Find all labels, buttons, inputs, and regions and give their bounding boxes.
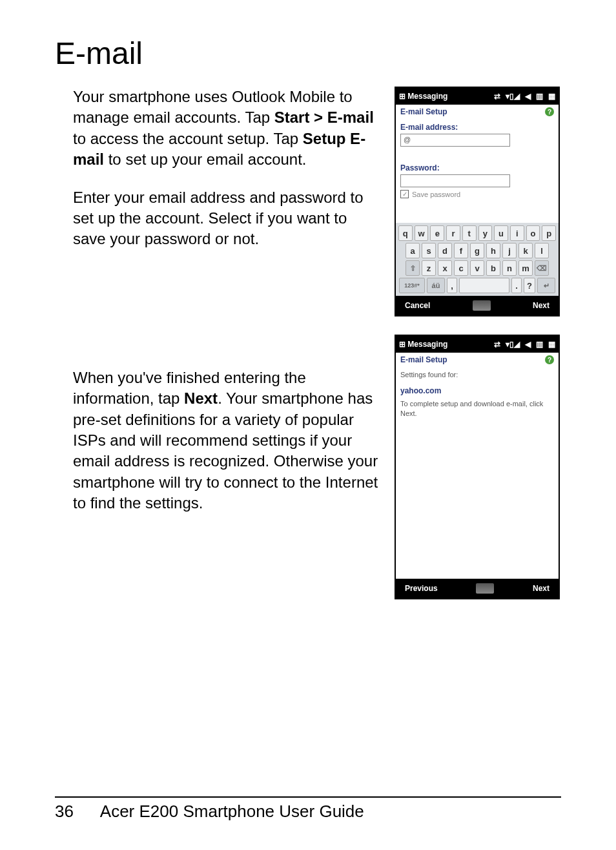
kb-row-3: ⇧ z x c v b n m ⌫ bbox=[398, 260, 556, 276]
windows-icon: ⊞ bbox=[399, 92, 406, 101]
key[interactable]: c bbox=[454, 260, 468, 276]
footer-text: 36 Acer E200 Smartphone User Guide bbox=[55, 802, 561, 822]
paragraph-3: When you've finished entering the inform… bbox=[73, 368, 380, 514]
page-content: E-mail Your smartphone uses Outlook Mobi… bbox=[0, 0, 616, 617]
battery-icon: ▥ bbox=[536, 340, 543, 349]
status-icons: ⇄ ▾▯◢ ◀ ▥ ▦ bbox=[494, 340, 555, 349]
key[interactable]: d bbox=[438, 243, 452, 258]
text-bold: Next bbox=[184, 389, 218, 407]
text-column: Your smartphone uses Outlook Mobile to m… bbox=[55, 87, 380, 530]
page-title: E-mail bbox=[55, 36, 561, 71]
connection-icon: ⇄ bbox=[494, 92, 500, 101]
key[interactable]: u bbox=[494, 225, 508, 241]
key[interactable]: f bbox=[454, 243, 468, 258]
space-key[interactable] bbox=[459, 278, 509, 293]
text-bold: Start > E-mail bbox=[274, 109, 374, 126]
key[interactable]: k bbox=[518, 243, 533, 258]
setup-header: E-mail Setup bbox=[400, 355, 447, 364]
setup-header-row: E-mail Setup ? bbox=[396, 353, 559, 366]
sip-toggle-icon[interactable] bbox=[473, 300, 491, 311]
next-button[interactable]: Next bbox=[533, 301, 549, 310]
speaker-icon: ◀ bbox=[525, 340, 531, 349]
menu-icon: ▦ bbox=[548, 340, 555, 349]
sip-toggle-icon[interactable] bbox=[476, 583, 494, 594]
previous-button[interactable]: Previous bbox=[405, 584, 438, 593]
key[interactable]: q bbox=[398, 225, 413, 241]
email-input[interactable]: @ bbox=[400, 134, 510, 147]
status-bar: ⊞ Messaging ⇄ ▾▯◢ ◀ ▥ ▦ bbox=[396, 336, 559, 353]
status-title: ⊞ Messaging bbox=[399, 92, 447, 101]
key[interactable]: s bbox=[422, 243, 436, 258]
setup-header: E-mail Setup bbox=[400, 107, 447, 116]
battery-icon: ▥ bbox=[536, 92, 543, 101]
status-bar: ⊞ Messaging ⇄ ▾▯◢ ◀ ▥ ▦ bbox=[396, 88, 559, 105]
password-input[interactable] bbox=[400, 174, 510, 187]
text: to set up your email account. bbox=[104, 150, 307, 168]
phone-screenshot-1: ⊞ Messaging ⇄ ▾▯◢ ◀ ▥ ▦ E-mail Setup ? bbox=[395, 87, 560, 316]
key[interactable]: w bbox=[415, 225, 429, 241]
status-title: ⊞ Messaging bbox=[399, 340, 447, 349]
paragraph-1: Your smartphone uses Outlook Mobile to m… bbox=[73, 87, 380, 171]
help-icon[interactable]: ? bbox=[545, 355, 554, 364]
app-title: Messaging bbox=[407, 92, 447, 101]
key[interactable]: m bbox=[518, 260, 533, 276]
settings-found-label: Settings found for: bbox=[400, 371, 554, 378]
key[interactable]: a bbox=[406, 243, 420, 258]
signal-icon: ▾▯◢ bbox=[506, 340, 520, 349]
enter-key[interactable]: ↵ bbox=[537, 278, 555, 293]
screenshot-column: ⊞ Messaging ⇄ ▾▯◢ ◀ ▥ ▦ E-mail Setup ? bbox=[395, 87, 561, 617]
guide-title: Acer E200 Smartphone User Guide bbox=[100, 802, 364, 821]
complete-instruction: To complete setup and download e-mail, c… bbox=[400, 399, 554, 419]
softkey-bar: Previous Next bbox=[396, 579, 559, 598]
key[interactable]: r bbox=[446, 225, 460, 241]
save-password-label: Save password bbox=[412, 191, 460, 198]
speaker-icon: ◀ bbox=[525, 92, 531, 101]
key[interactable]: h bbox=[486, 243, 500, 258]
provider-name: yahoo.com bbox=[400, 386, 554, 395]
text: . Your smartphone has pre-set definition… bbox=[73, 389, 378, 512]
signal-icon: ▾▯◢ bbox=[506, 92, 520, 101]
connection-icon: ⇄ bbox=[494, 340, 500, 349]
key[interactable]: i bbox=[510, 225, 524, 241]
kb-row-1: q w e r t y u i o p bbox=[398, 225, 556, 241]
checkbox-icon[interactable]: ✓ bbox=[400, 190, 409, 198]
menu-icon: ▦ bbox=[548, 92, 555, 101]
phone-screenshot-2: ⊞ Messaging ⇄ ▾▯◢ ◀ ▥ ▦ E-mail Setup ? bbox=[395, 335, 560, 599]
help-icon[interactable]: ? bbox=[545, 107, 554, 116]
key[interactable]: n bbox=[502, 260, 517, 276]
windows-icon: ⊞ bbox=[399, 340, 406, 349]
cancel-button[interactable]: Cancel bbox=[405, 301, 430, 310]
footer-rule bbox=[55, 796, 561, 798]
on-screen-keyboard[interactable]: q w e r t y u i o p a s d bbox=[396, 223, 559, 296]
kb-row-4: 123#* áü , . ? ↵ bbox=[398, 278, 556, 293]
question-key[interactable]: ? bbox=[524, 278, 535, 293]
next-button[interactable]: Next bbox=[533, 584, 549, 593]
numeric-key[interactable]: 123#* bbox=[399, 278, 425, 293]
key[interactable]: y bbox=[478, 225, 493, 241]
comma-key[interactable]: , bbox=[447, 278, 457, 293]
backspace-key[interactable]: ⌫ bbox=[535, 260, 549, 276]
key[interactable]: l bbox=[535, 243, 549, 258]
paragraph-2: Enter your email address and password to… bbox=[73, 187, 380, 250]
password-label: Password: bbox=[400, 163, 554, 172]
key[interactable]: j bbox=[502, 243, 517, 258]
key[interactable]: t bbox=[462, 225, 477, 241]
email-label: E-mail address: bbox=[400, 123, 554, 132]
key[interactable]: e bbox=[430, 225, 444, 241]
key[interactable]: p bbox=[542, 225, 556, 241]
softkey-bar: Cancel Next bbox=[396, 296, 559, 315]
key[interactable]: x bbox=[438, 260, 452, 276]
period-key[interactable]: . bbox=[511, 278, 522, 293]
key[interactable]: v bbox=[470, 260, 484, 276]
accent-key[interactable]: áü bbox=[427, 278, 445, 293]
key[interactable]: z bbox=[422, 260, 436, 276]
phone-body: Settings found for: yahoo.com To complet… bbox=[396, 366, 559, 579]
shift-key[interactable]: ⇧ bbox=[406, 260, 420, 276]
page-number: 36 bbox=[55, 802, 96, 822]
key[interactable]: b bbox=[486, 260, 500, 276]
save-password-row[interactable]: ✓ Save password bbox=[400, 190, 554, 198]
setup-header-row: E-mail Setup ? bbox=[396, 105, 559, 118]
key[interactable]: o bbox=[526, 225, 540, 241]
key[interactable]: g bbox=[470, 243, 484, 258]
app-title: Messaging bbox=[407, 340, 447, 349]
